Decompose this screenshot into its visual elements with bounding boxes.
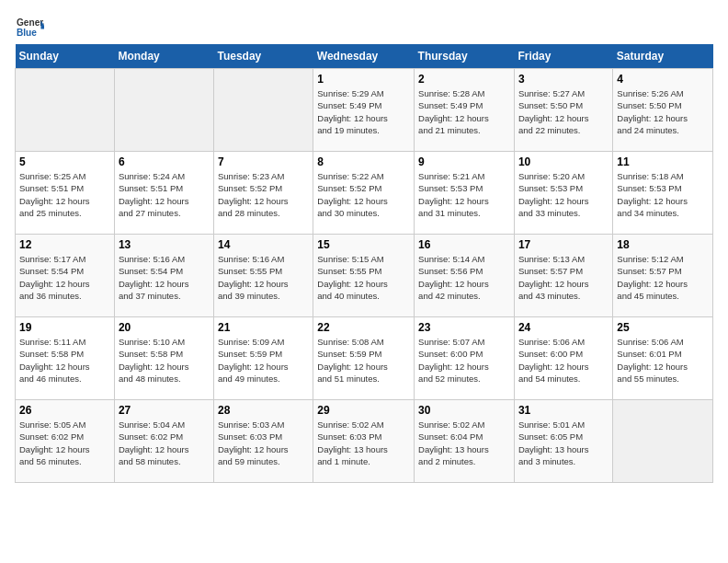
svg-text:Blue: Blue	[17, 28, 37, 38]
day-number: 14	[218, 238, 309, 251]
day-info: Sunrise: 5:16 AM Sunset: 5:55 PM Dayligh…	[218, 253, 309, 302]
week-row-1: 1Sunrise: 5:29 AM Sunset: 5:49 PM Daylig…	[16, 69, 713, 152]
header-wednesday: Wednesday	[313, 44, 415, 69]
day-cell: 1Sunrise: 5:29 AM Sunset: 5:49 PM Daylig…	[313, 69, 415, 152]
day-cell	[613, 400, 713, 483]
day-info: Sunrise: 5:14 AM Sunset: 5:56 PM Dayligh…	[418, 253, 510, 302]
week-row-2: 5Sunrise: 5:25 AM Sunset: 5:51 PM Daylig…	[16, 152, 713, 235]
day-info: Sunrise: 5:06 AM Sunset: 6:00 PM Dayligh…	[518, 336, 609, 385]
day-info: Sunrise: 5:06 AM Sunset: 6:01 PM Dayligh…	[617, 336, 709, 385]
day-cell: 8Sunrise: 5:22 AM Sunset: 5:52 PM Daylig…	[313, 152, 415, 235]
day-info: Sunrise: 5:10 AM Sunset: 5:58 PM Dayligh…	[119, 336, 210, 385]
week-row-4: 19Sunrise: 5:11 AM Sunset: 5:58 PM Dayli…	[16, 317, 713, 400]
day-info: Sunrise: 5:29 AM Sunset: 5:49 PM Dayligh…	[317, 87, 410, 136]
day-number: 26	[19, 404, 110, 417]
day-cell: 11Sunrise: 5:18 AM Sunset: 5:53 PM Dayli…	[613, 152, 713, 235]
day-cell: 14Sunrise: 5:16 AM Sunset: 5:55 PM Dayli…	[214, 235, 313, 317]
day-number: 19	[19, 321, 110, 334]
day-number: 8	[317, 155, 410, 168]
header-monday: Monday	[114, 44, 213, 69]
day-cell	[214, 69, 313, 152]
day-number: 9	[418, 155, 510, 168]
day-info: Sunrise: 5:09 AM Sunset: 5:59 PM Dayligh…	[218, 336, 309, 385]
day-info: Sunrise: 5:04 AM Sunset: 6:02 PM Dayligh…	[119, 419, 210, 467]
day-cell: 29Sunrise: 5:02 AM Sunset: 6:03 PM Dayli…	[313, 400, 415, 483]
day-cell: 12Sunrise: 5:17 AM Sunset: 5:54 PM Dayli…	[16, 235, 115, 317]
day-number: 4	[617, 73, 709, 86]
day-info: Sunrise: 5:16 AM Sunset: 5:54 PM Dayligh…	[119, 253, 210, 302]
day-number: 6	[119, 155, 210, 168]
day-number: 7	[218, 155, 309, 168]
day-cell: 5Sunrise: 5:25 AM Sunset: 5:51 PM Daylig…	[16, 152, 115, 235]
day-cell: 30Sunrise: 5:02 AM Sunset: 6:04 PM Dayli…	[415, 400, 515, 483]
day-info: Sunrise: 5:13 AM Sunset: 5:57 PM Dayligh…	[518, 253, 609, 302]
day-number: 25	[617, 321, 709, 334]
day-cell: 6Sunrise: 5:24 AM Sunset: 5:51 PM Daylig…	[114, 152, 213, 235]
day-info: Sunrise: 5:02 AM Sunset: 6:03 PM Dayligh…	[317, 419, 410, 467]
day-number: 28	[218, 404, 309, 417]
day-number: 22	[317, 321, 410, 334]
day-number: 10	[518, 155, 609, 168]
day-info: Sunrise: 5:01 AM Sunset: 6:05 PM Dayligh…	[518, 419, 609, 467]
header-saturday: Saturday	[613, 44, 713, 69]
logo-icon: General Blue	[15, 15, 44, 40]
day-cell: 9Sunrise: 5:21 AM Sunset: 5:53 PM Daylig…	[415, 152, 515, 235]
day-info: Sunrise: 5:17 AM Sunset: 5:54 PM Dayligh…	[19, 253, 110, 302]
day-info: Sunrise: 5:02 AM Sunset: 6:04 PM Dayligh…	[418, 419, 510, 467]
day-cell: 21Sunrise: 5:09 AM Sunset: 5:59 PM Dayli…	[214, 317, 313, 400]
day-cell: 17Sunrise: 5:13 AM Sunset: 5:57 PM Dayli…	[514, 235, 612, 317]
day-number: 30	[418, 404, 510, 417]
header-sunday: Sunday	[16, 44, 115, 69]
day-info: Sunrise: 5:11 AM Sunset: 5:58 PM Dayligh…	[19, 336, 110, 385]
day-number: 31	[518, 404, 609, 417]
day-cell: 10Sunrise: 5:20 AM Sunset: 5:53 PM Dayli…	[514, 152, 612, 235]
day-cell	[114, 69, 213, 152]
day-cell: 7Sunrise: 5:23 AM Sunset: 5:52 PM Daylig…	[214, 152, 313, 235]
day-info: Sunrise: 5:15 AM Sunset: 5:55 PM Dayligh…	[317, 253, 410, 302]
day-cell: 26Sunrise: 5:05 AM Sunset: 6:02 PM Dayli…	[16, 400, 115, 483]
day-info: Sunrise: 5:26 AM Sunset: 5:50 PM Dayligh…	[617, 87, 709, 136]
day-number: 11	[617, 155, 709, 168]
day-cell: 20Sunrise: 5:10 AM Sunset: 5:58 PM Dayli…	[114, 317, 213, 400]
day-cell: 4Sunrise: 5:26 AM Sunset: 5:50 PM Daylig…	[613, 69, 713, 152]
day-cell: 2Sunrise: 5:28 AM Sunset: 5:49 PM Daylig…	[415, 69, 515, 152]
day-number: 23	[418, 321, 510, 334]
day-info: Sunrise: 5:08 AM Sunset: 5:59 PM Dayligh…	[317, 336, 410, 385]
day-info: Sunrise: 5:24 AM Sunset: 5:51 PM Dayligh…	[119, 170, 210, 219]
day-number: 29	[317, 404, 410, 417]
day-cell: 13Sunrise: 5:16 AM Sunset: 5:54 PM Dayli…	[114, 235, 213, 317]
day-number: 5	[19, 155, 110, 168]
day-number: 24	[518, 321, 609, 334]
calendar-body: 1Sunrise: 5:29 AM Sunset: 5:49 PM Daylig…	[16, 69, 713, 483]
day-cell: 31Sunrise: 5:01 AM Sunset: 6:05 PM Dayli…	[514, 400, 612, 483]
day-number: 12	[19, 238, 110, 251]
header-friday: Friday	[514, 44, 612, 69]
day-number: 16	[418, 238, 510, 251]
day-cell: 3Sunrise: 5:27 AM Sunset: 5:50 PM Daylig…	[514, 69, 612, 152]
header-row: SundayMondayTuesdayWednesdayThursdayFrid…	[16, 44, 713, 69]
day-info: Sunrise: 5:20 AM Sunset: 5:53 PM Dayligh…	[518, 170, 609, 219]
day-number: 17	[518, 238, 609, 251]
day-cell: 27Sunrise: 5:04 AM Sunset: 6:02 PM Dayli…	[114, 400, 213, 483]
day-number: 13	[119, 238, 210, 251]
day-info: Sunrise: 5:18 AM Sunset: 5:53 PM Dayligh…	[617, 170, 709, 219]
header-tuesday: Tuesday	[214, 44, 313, 69]
day-info: Sunrise: 5:21 AM Sunset: 5:53 PM Dayligh…	[418, 170, 510, 219]
day-number: 3	[518, 73, 609, 86]
calendar-table: SundayMondayTuesdayWednesdayThursdayFrid…	[15, 44, 713, 483]
calendar-header: SundayMondayTuesdayWednesdayThursdayFrid…	[16, 44, 713, 69]
day-number: 1	[317, 73, 410, 86]
day-cell: 22Sunrise: 5:08 AM Sunset: 5:59 PM Dayli…	[313, 317, 415, 400]
day-info: Sunrise: 5:27 AM Sunset: 5:50 PM Dayligh…	[518, 87, 609, 136]
day-cell: 18Sunrise: 5:12 AM Sunset: 5:57 PM Dayli…	[613, 235, 713, 317]
week-row-3: 12Sunrise: 5:17 AM Sunset: 5:54 PM Dayli…	[16, 235, 713, 317]
day-number: 20	[119, 321, 210, 334]
day-cell: 15Sunrise: 5:15 AM Sunset: 5:55 PM Dayli…	[313, 235, 415, 317]
day-cell: 16Sunrise: 5:14 AM Sunset: 5:56 PM Dayli…	[415, 235, 515, 317]
day-info: Sunrise: 5:23 AM Sunset: 5:52 PM Dayligh…	[218, 170, 309, 219]
day-info: Sunrise: 5:05 AM Sunset: 6:02 PM Dayligh…	[19, 419, 110, 467]
day-number: 27	[119, 404, 210, 417]
day-info: Sunrise: 5:12 AM Sunset: 5:57 PM Dayligh…	[617, 253, 709, 302]
logo: General Blue	[15, 15, 48, 40]
day-cell	[16, 69, 115, 152]
